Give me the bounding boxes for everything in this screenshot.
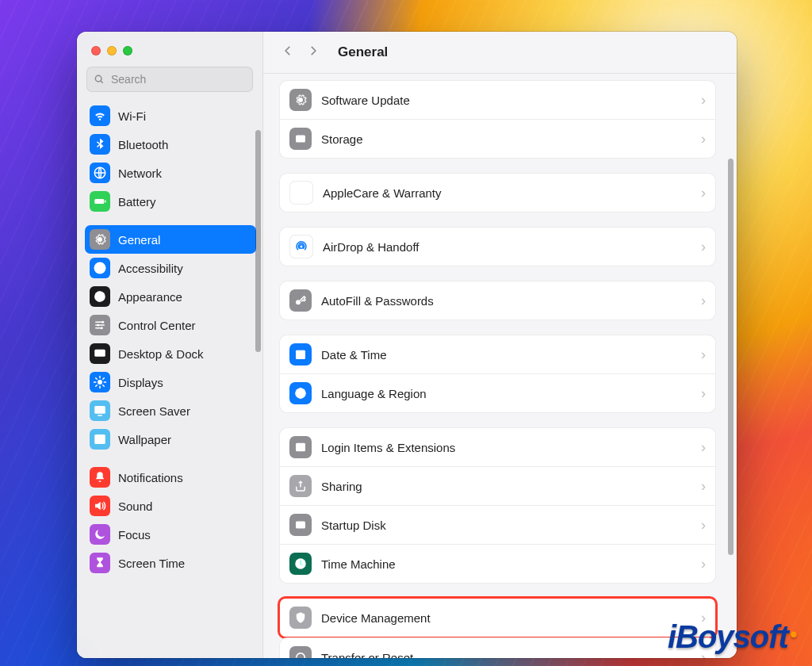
svg-rect-4 — [105, 201, 106, 203]
disk-icon — [289, 128, 312, 150]
settings-row-label: Storage — [321, 132, 691, 146]
sidebar-item-wallpaper[interactable]: Wallpaper — [85, 425, 256, 454]
settings-row-label: AutoFill & Passwords — [321, 294, 691, 308]
sidebar-divider — [85, 216, 256, 225]
sidebar-item-network[interactable]: Network — [85, 159, 256, 187]
settings-group: Device Management› — [278, 596, 718, 639]
content-scrollbar[interactable] — [728, 159, 733, 555]
sidebar-item-label: Network — [118, 166, 162, 180]
system-settings-window: Wi-FiBluetoothNetworkBatteryGeneralAcces… — [77, 32, 737, 658]
svg-point-10 — [101, 327, 103, 329]
sidebar-item-focus[interactable]: Focus — [85, 520, 256, 549]
settings-row-label: Device Management — [321, 611, 691, 625]
sidebar-item-label: Appearance — [118, 290, 182, 304]
gear-icon — [289, 89, 312, 111]
settings-row-startup-disk[interactable]: Startup Disk› — [280, 505, 715, 544]
accessibility-icon — [90, 258, 110, 278]
bell-icon — [90, 467, 110, 488]
settings-row-label: Software Update — [321, 94, 691, 107]
svg-line-20 — [96, 385, 98, 387]
sidebar-item-displays[interactable]: Displays — [85, 368, 256, 396]
forward-button[interactable] — [303, 40, 324, 64]
battery-icon — [90, 191, 110, 212]
chevron-right-icon — [308, 44, 319, 58]
settings-group: Transfer or Reset› — [279, 637, 716, 658]
settings-row-label: Time Machine — [321, 557, 691, 571]
search-input[interactable] — [109, 72, 246, 86]
settings-row-language-region[interactable]: Language & Region› — [280, 373, 715, 412]
sharing-icon — [289, 475, 312, 497]
svg-rect-22 — [94, 406, 105, 414]
svg-point-8 — [102, 321, 104, 323]
svg-rect-25 — [296, 136, 305, 143]
settings-row-storage[interactable]: Storage› — [280, 119, 715, 158]
settings-group: 20Date & Time›Language & Region› — [279, 335, 716, 413]
sidebar-list[interactable]: Wi-FiBluetoothNetworkBatteryGeneralAcces… — [77, 98, 262, 658]
settings-row-label: Transfer or Reset — [321, 651, 691, 659]
sidebar-item-appearance[interactable]: Appearance — [85, 282, 256, 311]
minimize-window-button[interactable] — [107, 46, 117, 56]
dock-icon — [90, 343, 110, 364]
svg-rect-34 — [296, 522, 305, 529]
sidebar-item-label: Control Center — [118, 319, 196, 332]
settings-group: AirDrop & Handoff› — [279, 227, 716, 266]
sidebar-item-bluetooth[interactable]: Bluetooth — [85, 130, 256, 159]
settings-row-autofill[interactable]: AutoFill & Passwords› — [280, 281, 715, 320]
settings-row-transfer-reset[interactable]: Transfer or Reset› — [280, 638, 715, 658]
settings-row-sharing[interactable]: Sharing› — [280, 466, 715, 505]
sidebar-item-screen-time[interactable]: Screen Time — [85, 549, 256, 577]
sidebar-item-sound[interactable]: Sound — [85, 492, 256, 520]
sidebar-item-battery[interactable]: Battery — [85, 187, 256, 216]
chevron-left-icon — [282, 44, 293, 58]
key-icon — [289, 289, 312, 312]
search-field[interactable] — [86, 67, 253, 92]
settings-group: Login Items & Extensions›Sharing›Startup… — [279, 427, 716, 584]
search-icon — [94, 74, 105, 85]
chevron-right-icon: › — [701, 439, 706, 456]
svg-point-27 — [300, 245, 304, 249]
speaker-icon — [90, 496, 110, 516]
chevron-right-icon: › — [701, 293, 706, 309]
svg-point-9 — [97, 324, 99, 327]
zoom-window-button[interactable] — [123, 46, 132, 56]
sidebar-item-wifi[interactable]: Wi-Fi — [85, 101, 256, 130]
settings-row-label: Sharing — [321, 480, 691, 493]
list-icon — [289, 436, 312, 458]
settings-row-applecare[interactable]: AppleCare & Warranty› — [280, 174, 715, 212]
sidebar-item-desktop-dock[interactable]: Desktop & Dock — [85, 339, 256, 368]
sidebar-item-control-center[interactable]: Control Center — [85, 311, 256, 339]
shield-icon — [289, 607, 312, 629]
appearance-icon — [90, 286, 110, 307]
sidebar-item-notifications[interactable]: Notifications — [85, 463, 256, 492]
settings-row-time-machine[interactable]: Time Machine› — [280, 544, 715, 583]
sidebar-item-screen-saver[interactable]: Screen Saver — [85, 396, 256, 425]
wallpaper-icon — [90, 429, 110, 450]
back-button[interactable] — [278, 40, 298, 64]
settings-row-airdrop[interactable]: AirDrop & Handoff› — [280, 228, 715, 266]
chevron-right-icon: › — [701, 556, 706, 572]
sidebar-item-accessibility[interactable]: Accessibility — [85, 254, 256, 282]
chevron-right-icon: › — [701, 239, 706, 255]
disk-icon — [289, 514, 312, 536]
screensaver-icon — [90, 400, 110, 421]
sidebar-item-general[interactable]: General — [85, 225, 256, 254]
bluetooth-icon — [90, 134, 110, 155]
settings-group: Software Update›Storage› — [279, 80, 716, 159]
sliders-icon — [90, 315, 110, 335]
reset-icon — [289, 646, 312, 658]
settings-row-login-items[interactable]: Login Items & Extensions› — [280, 428, 715, 466]
svg-point-13 — [98, 380, 102, 385]
sidebar-item-label: Accessibility — [118, 262, 183, 275]
settings-row-label: AppleCare & Warranty — [323, 186, 691, 200]
titlebar: General — [263, 32, 737, 74]
settings-row-date-time[interactable]: 20Date & Time› — [280, 335, 715, 373]
settings-group: AutoFill & Passwords› — [279, 281, 716, 320]
content-area[interactable]: Software Update›Storage›AppleCare & Warr… — [263, 74, 737, 658]
chevron-right-icon: › — [701, 649, 706, 659]
wifi-icon — [90, 105, 110, 126]
settings-row-software-update[interactable]: Software Update› — [280, 81, 715, 119]
gear-icon — [90, 229, 110, 250]
sidebar-scrollbar[interactable] — [255, 130, 261, 352]
close-window-button[interactable] — [91, 46, 101, 56]
settings-row-device-management[interactable]: Device Management› — [280, 599, 715, 637]
